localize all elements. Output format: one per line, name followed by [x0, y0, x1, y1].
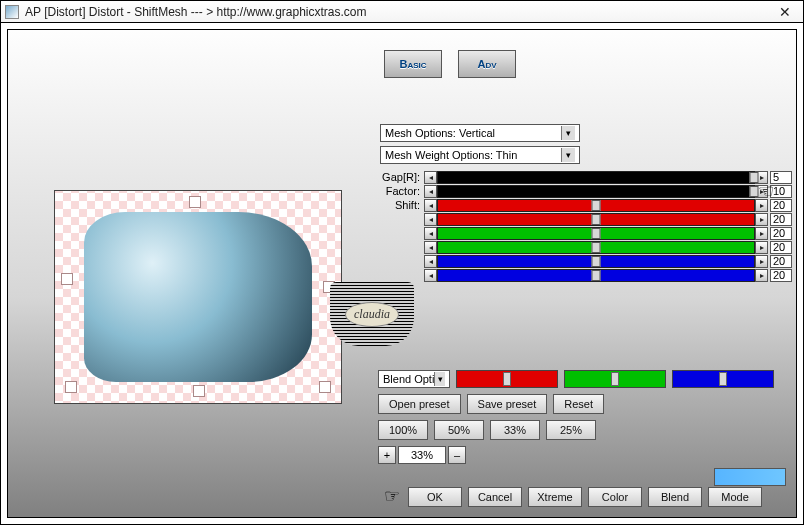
arrow-right-icon[interactable]: ▸ — [755, 269, 768, 282]
zoom-control: + 33% – — [378, 446, 466, 464]
mesh-options-select[interactable]: Mesh Options: Vertical ▾ — [380, 124, 580, 142]
shift-slider[interactable] — [437, 199, 755, 212]
arrow-right-icon[interactable]: ▸ — [755, 241, 768, 254]
arrow-left-icon[interactable]: ◂ — [424, 213, 437, 226]
arrow-left-icon[interactable]: ◂ — [424, 269, 437, 282]
blue2-slider[interactable] — [437, 269, 755, 282]
mesh-handle[interactable] — [65, 381, 77, 393]
adv-tab[interactable]: Adv — [458, 50, 516, 78]
green2-slider-row: ◂ ▸ 20 — [380, 240, 792, 254]
color-swatch[interactable] — [714, 468, 786, 486]
lower-controls: Blend Options ▾ Open preset Save preset … — [378, 370, 796, 470]
zoom-100-button[interactable]: 100% — [378, 420, 428, 440]
shift-label: Shift: — [380, 199, 424, 211]
gap-label: Gap[R]: — [380, 171, 424, 183]
arrow-right-icon[interactable]: ▸ — [755, 227, 768, 240]
zoom-25-button[interactable]: 25% — [546, 420, 596, 440]
open-preset-button[interactable]: Open preset — [378, 394, 461, 414]
gap-slider[interactable] — [437, 171, 755, 184]
slider-thumb[interactable] — [503, 372, 511, 386]
mode-button[interactable]: Mode — [708, 487, 762, 507]
blue1-slider[interactable] — [437, 255, 755, 268]
slider-thumb[interactable] — [592, 270, 601, 281]
green1-slider[interactable] — [437, 227, 755, 240]
mesh-options-value: Mesh Options: Vertical — [385, 127, 495, 139]
dialog-body: Basic Adv claudia Mesh Options: Vertical… — [7, 29, 797, 518]
reset-button[interactable]: Reset — [553, 394, 604, 414]
red2-slider-row: ◂ ▸ 20 — [380, 212, 792, 226]
watermark-badge: claudia — [330, 282, 414, 346]
shift-slider-row: Shift: ◂ ▸ 20 — [380, 198, 792, 212]
gap-slider-row: Gap[R]: ◂ ▸ 5 — [380, 170, 792, 184]
mesh-handle[interactable] — [319, 381, 331, 393]
ok-button[interactable]: OK — [408, 487, 462, 507]
factor-slider-row: Factor: ◂ ▸ 10 — [380, 184, 792, 198]
green1-slider-row: ◂ ▸ 20 — [380, 226, 792, 240]
zoom-display: 33% — [398, 446, 446, 464]
mesh-handle[interactable] — [61, 273, 73, 285]
preview-image — [84, 212, 313, 382]
watermark-text: claudia — [345, 302, 399, 327]
red-mix-slider[interactable] — [456, 370, 558, 388]
slider-thumb[interactable] — [592, 214, 601, 225]
slider-thumb[interactable] — [719, 372, 727, 386]
arrow-left-icon[interactable]: ◂ — [424, 241, 437, 254]
blue1-value[interactable]: 20 — [770, 255, 792, 268]
blend-options-select[interactable]: Blend Options ▾ — [378, 370, 450, 388]
green2-value[interactable]: 20 — [770, 241, 792, 254]
arrow-left-icon[interactable]: ◂ — [424, 171, 437, 184]
blue2-value[interactable]: 20 — [770, 269, 792, 282]
green-mix-slider[interactable] — [564, 370, 666, 388]
arrow-left-icon[interactable]: ◂ — [424, 227, 437, 240]
factor-label: Factor: — [380, 185, 424, 197]
arrow-left-icon[interactable]: ◂ — [424, 185, 437, 198]
zoom-50-button[interactable]: 50% — [434, 420, 484, 440]
preview-pane[interactable] — [54, 190, 342, 404]
window-title: AP [Distort] Distort - ShiftMesh --- > h… — [25, 5, 771, 19]
green2-slider[interactable] — [437, 241, 755, 254]
arrow-left-icon[interactable]: ◂ — [424, 255, 437, 268]
basic-tab[interactable]: Basic — [384, 50, 442, 78]
green1-value[interactable]: 20 — [770, 227, 792, 240]
color-button[interactable]: Color — [588, 487, 642, 507]
title-bar: AP [Distort] Distort - ShiftMesh --- > h… — [1, 1, 803, 23]
blue2-slider-row: ◂ ▸ 20 — [380, 268, 792, 282]
zoom-in-button[interactable]: + — [378, 446, 396, 464]
slider-thumb[interactable] — [592, 200, 601, 211]
arrow-right-icon[interactable]: ▸ — [755, 255, 768, 268]
slider-thumb[interactable] — [592, 228, 601, 239]
mesh-handle[interactable] — [189, 196, 201, 208]
blue1-slider-row: ◂ ▸ 20 — [380, 254, 792, 268]
pointing-hand-icon: ☜ — [758, 180, 774, 202]
slider-thumb[interactable] — [592, 242, 601, 253]
mesh-weight-value: Mesh Weight Options: Thin — [385, 149, 517, 161]
chevron-down-icon: ▾ — [434, 372, 445, 386]
dialog-button-row: OK Cancel Xtreme Color Blend Mode — [408, 487, 762, 507]
sliders-group: Gap[R]: ◂ ▸ 5 Factor: ◂ ▸ 10 Shift: ◂ ▸ … — [380, 170, 792, 282]
arrow-right-icon[interactable]: ▸ — [755, 213, 768, 226]
cancel-button[interactable]: Cancel — [468, 487, 522, 507]
blend-options-value: Blend Options — [383, 373, 434, 385]
mesh-handle[interactable] — [193, 385, 205, 397]
slider-thumb[interactable] — [592, 256, 601, 267]
xtreme-button[interactable]: Xtreme — [528, 487, 582, 507]
factor-slider[interactable] — [437, 185, 755, 198]
red2-value[interactable]: 20 — [770, 213, 792, 226]
chevron-down-icon: ▾ — [561, 126, 575, 140]
save-preset-button[interactable]: Save preset — [467, 394, 548, 414]
app-icon — [5, 5, 19, 19]
close-icon[interactable]: ✕ — [771, 4, 799, 20]
red2-slider[interactable] — [437, 213, 755, 226]
blue-mix-slider[interactable] — [672, 370, 774, 388]
chevron-down-icon: ▾ — [561, 148, 575, 162]
mesh-weight-select[interactable]: Mesh Weight Options: Thin ▾ — [380, 146, 580, 164]
blend-button[interactable]: Blend — [648, 487, 702, 507]
pointing-hand-icon: ☞ — [384, 485, 400, 507]
arrow-left-icon[interactable]: ◂ — [424, 199, 437, 212]
options-panel: Mesh Options: Vertical ▾ Mesh Weight Opt… — [380, 124, 792, 282]
zoom-33-button[interactable]: 33% — [490, 420, 540, 440]
zoom-out-button[interactable]: – — [448, 446, 466, 464]
slider-thumb[interactable] — [611, 372, 619, 386]
